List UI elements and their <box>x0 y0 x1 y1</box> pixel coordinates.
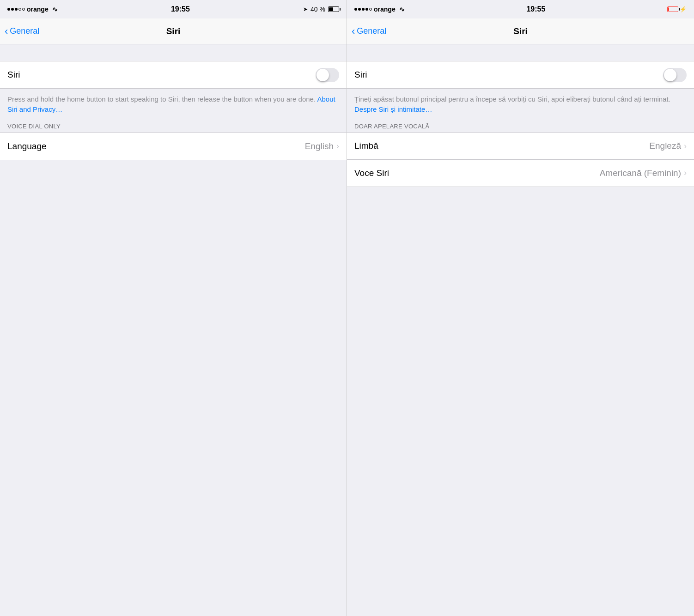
status-right-right: ⚡ <box>667 6 687 12</box>
siri-label-left: Siri <box>7 70 20 80</box>
left-panel: orange ∿ 19:55 ➤ 40 % ‹ General Siri Sir… <box>0 0 347 616</box>
nav-bar-left: ‹ General Siri <box>0 18 347 44</box>
status-right-left: orange ∿ <box>354 6 405 13</box>
limba-row-right[interactable]: Limbă Engleză › <box>347 133 694 160</box>
signal-dot-5 <box>22 8 25 11</box>
language-value-wrapper-left: English › <box>305 141 339 151</box>
section-header-right: DOAR APELARE VOCALĂ <box>347 120 694 133</box>
bottom-bg-right <box>347 187 694 616</box>
voce-value-wrapper-right: Americană (Feminin) › <box>600 168 687 178</box>
voice-section-right: Limbă Engleză › Voce Siri Americană (Fem… <box>347 133 694 187</box>
voce-value-right: Americană (Feminin) <box>600 168 681 178</box>
back-label-left: General <box>10 26 39 36</box>
r-signal-dot-1 <box>354 8 357 11</box>
siri-section-left: Siri <box>0 61 347 89</box>
privacy-link-right[interactable]: Despre Siri și intimitate… <box>354 105 432 113</box>
siri-toggle-row-right[interactable]: Siri <box>347 61 694 88</box>
toggle-thumb-left <box>317 69 329 81</box>
description-text-right: Țineți apăsat butonul principal pentru a… <box>354 95 670 103</box>
time-display: 19:55 <box>171 5 190 13</box>
section-header-text-right: DOAR APELARE VOCALĂ <box>354 123 429 130</box>
bottom-bg-left <box>0 160 347 616</box>
nav-bar-right: ‹ General Siri <box>347 18 694 44</box>
chevron-right-icon-left: › <box>336 141 339 151</box>
location-icon: ➤ <box>303 6 308 12</box>
voce-label-right: Voce Siri <box>354 168 389 178</box>
r-signal-dot-2 <box>358 8 361 11</box>
limba-value-right: Engleză <box>649 141 681 151</box>
siri-label-right: Siri <box>354 70 367 80</box>
status-right: ➤ 40 % <box>303 6 339 13</box>
status-bar-right: orange ∿ 19:55 ⚡ <box>347 0 694 18</box>
back-button-right[interactable]: ‹ General <box>352 26 386 36</box>
language-value-left: English <box>305 141 334 151</box>
page-title-left: Siri <box>166 26 181 36</box>
voce-row-right[interactable]: Voce Siri Americană (Feminin) › <box>347 160 694 187</box>
page-title-right: Siri <box>513 26 528 36</box>
section-header-text-left: VOICE DIAL ONLY <box>7 123 61 130</box>
r-signal-dot-3 <box>362 8 365 11</box>
limba-value-wrapper-right: Engleză › <box>649 141 687 151</box>
siri-section-right: Siri <box>347 61 694 89</box>
signal-dot-1 <box>7 8 10 11</box>
carrier-name-right: orange <box>374 6 396 13</box>
back-button-left[interactable]: ‹ General <box>5 26 39 36</box>
time-display-right: 19:55 <box>526 5 545 13</box>
signal-dots <box>7 8 25 11</box>
top-spacer-right <box>347 44 694 61</box>
battery-icon <box>328 6 339 12</box>
r-signal-dot-4 <box>365 8 368 11</box>
battery-wrapper-right: ⚡ <box>667 6 687 12</box>
limba-label-right: Limbă <box>354 141 378 151</box>
carrier-name: orange <box>27 6 49 13</box>
siri-toggle-switch-left[interactable] <box>316 68 339 82</box>
battery-fill-right <box>668 7 669 11</box>
r-signal-dot-5 <box>369 8 372 11</box>
toggle-thumb-right <box>664 69 676 81</box>
wifi-icon: ∿ <box>52 6 58 13</box>
language-section-left: Language English › <box>0 133 347 160</box>
signal-dot-3 <box>15 8 18 11</box>
status-left: orange ∿ <box>7 6 58 13</box>
description-right: Țineți apăsat butonul principal pentru a… <box>347 89 694 120</box>
description-left: Press and hold the home button to start … <box>0 89 347 120</box>
top-spacer-left <box>0 44 347 61</box>
wifi-icon-right: ∿ <box>399 6 405 13</box>
battery-wrapper <box>328 6 339 12</box>
battery-percent: 40 % <box>310 6 325 13</box>
language-row-left[interactable]: Language English › <box>0 133 347 160</box>
chevron-left-icon: ‹ <box>5 26 8 36</box>
siri-toggle-switch-right[interactable] <box>663 68 687 82</box>
signal-dot-4 <box>18 8 21 11</box>
siri-toggle-row-left[interactable]: Siri <box>0 61 347 88</box>
signal-dots-right <box>354 8 372 11</box>
signal-dot-2 <box>11 8 14 11</box>
chevron-right-limba: › <box>684 141 687 151</box>
status-bar-left: orange ∿ 19:55 ➤ 40 % <box>0 0 347 18</box>
charging-icon: ⚡ <box>680 6 687 12</box>
description-text-left: Press and hold the home button to start … <box>7 95 316 103</box>
battery-fill <box>329 7 333 11</box>
back-label-right: General <box>357 26 386 36</box>
chevron-left-icon-right: ‹ <box>352 26 355 36</box>
language-label-left: Language <box>7 141 47 151</box>
section-header-left: VOICE DIAL ONLY <box>0 120 347 133</box>
battery-icon-right <box>667 6 678 12</box>
chevron-right-voce: › <box>684 168 687 178</box>
right-panel: orange ∿ 19:55 ⚡ ‹ General Siri Siri <box>347 0 694 616</box>
